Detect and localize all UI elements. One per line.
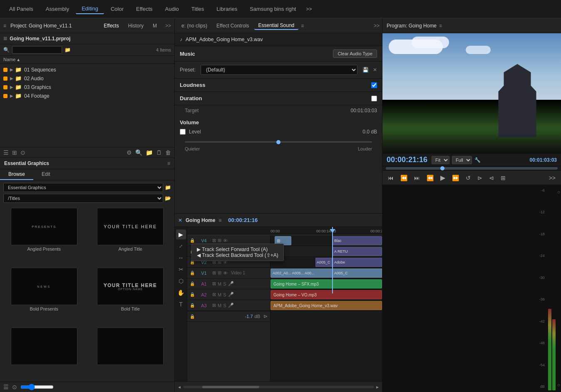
clip-v2-mid[interactable]: A005_C <box>315 258 332 267</box>
nav-libraries[interactable]: Libraries <box>211 4 243 14</box>
a2-mic[interactable]: 🎤 <box>228 292 234 297</box>
clip-a1[interactable]: Going Home – SFX.mp3 <box>271 279 382 288</box>
tab-browse[interactable]: Browse <box>0 169 33 180</box>
a1-s[interactable]: S <box>223 281 226 286</box>
program-menu-icon[interactable]: ≡ <box>439 23 442 29</box>
bin-item-footage[interactable]: ▶ 📁 04 Footage <box>0 91 174 100</box>
nav-audio[interactable]: Audio <box>159 4 185 14</box>
clip-a3[interactable]: APM_Adobe_Going Home_v3.wav <box>271 301 382 310</box>
v1-sync[interactable]: ⊠ <box>212 270 216 276</box>
v4-sync[interactable]: ⊠ <box>212 238 216 243</box>
tab-m[interactable]: M <box>149 22 161 30</box>
tab-essential-sound[interactable]: Essential Sound <box>254 22 299 30</box>
eg-grid-icon[interactable]: ⊙ <box>12 384 17 390</box>
a3-s[interactable]: S <box>223 303 226 308</box>
ripple-tool[interactable]: ⤢ <box>176 241 186 251</box>
a3-sync[interactable]: ⊠ <box>212 303 216 308</box>
loop-btn[interactable]: ↺ <box>464 173 473 182</box>
delete-icon[interactable]: 🗑 <box>165 149 171 156</box>
play-back-btn[interactable]: ⏪ <box>424 173 436 182</box>
a2-lock[interactable]: 🔒 <box>190 292 195 297</box>
nav-editing[interactable]: Editing <box>76 4 104 14</box>
nav-all-panels[interactable]: All Panels <box>3 4 39 14</box>
eg-list-icon[interactable]: ☰ <box>3 384 9 390</box>
a1-mic[interactable]: 🎤 <box>228 281 234 286</box>
eg-thumb-more1[interactable] <box>2 328 86 379</box>
clip-v2-right[interactable]: Adobe <box>332 258 382 267</box>
nav-assembly[interactable]: Assembly <box>40 4 75 14</box>
preset-save-icon[interactable]: 💾 <box>362 67 369 73</box>
play-btn[interactable]: ▶ <box>438 173 447 183</box>
nav-color[interactable]: Color <box>105 4 129 14</box>
timeline-menu-icon[interactable]: ≡ <box>218 217 221 223</box>
scrub-bar[interactable] <box>386 167 558 170</box>
new-item-icon[interactable]: 🗒 <box>156 149 162 156</box>
eg-thumb-bold-presents[interactable]: NEWS Bold Presents <box>2 268 86 324</box>
a1-lock[interactable]: 🔒 <box>190 281 195 286</box>
bin-search-input[interactable] <box>12 46 62 54</box>
icon-view-icon[interactable]: ⊞ <box>12 149 17 156</box>
mark-out-btn[interactable]: ⊲ <box>487 173 496 182</box>
bin-item-sequences[interactable]: ▶ 📁 01 Sequences <box>0 65 174 74</box>
a1-sync[interactable]: ⊠ <box>212 281 216 286</box>
tab-effects[interactable]: Effects <box>99 22 123 30</box>
search2-icon[interactable]: 🔍 <box>135 149 142 156</box>
duration-checkbox[interactable] <box>371 96 377 101</box>
eg-zoom-slider[interactable] <box>20 384 54 390</box>
a3-mic[interactable]: 🎤 <box>228 303 234 308</box>
zoom-icon[interactable]: ⊙ <box>20 149 25 156</box>
list-view-icon[interactable]: ☰ <box>3 149 9 156</box>
tab-edit[interactable]: Edit <box>33 169 59 180</box>
a3-lock[interactable]: 🔒 <box>190 303 195 308</box>
a2-s[interactable]: S <box>223 292 226 297</box>
preset-delete-icon[interactable]: ✕ <box>373 67 377 73</box>
rolling-tool[interactable]: ↔ <box>176 253 186 263</box>
select-tool[interactable]: ▶ <box>176 229 186 239</box>
wrench-icon[interactable]: 🔧 <box>474 157 481 163</box>
text-tool[interactable]: T <box>176 299 186 309</box>
eg-thumb-angled-title[interactable]: YOUR TITLE HERE Angled Title <box>89 208 172 264</box>
clip-v4-right[interactable]: Blac <box>332 236 382 245</box>
volume-slider-thumb[interactable] <box>276 140 280 144</box>
v4-visibility[interactable]: 👁 <box>223 238 228 243</box>
vol-lock[interactable]: 🔒 <box>190 314 195 319</box>
nav-samsung[interactable]: Samsung bins right <box>244 4 302 14</box>
mark-in-btn[interactable]: ⊳ <box>475 173 484 182</box>
v1-visibility[interactable]: 👁 <box>223 271 228 276</box>
frame-back-btn[interactable]: ⏪ <box>398 173 410 182</box>
bin-item-audio[interactable]: ▶ 📁 02 Audio <box>0 74 174 83</box>
a1-m[interactable]: M <box>218 281 221 286</box>
eg-thumb-more2[interactable] <box>89 328 172 379</box>
level-checkbox[interactable] <box>180 129 186 135</box>
a3-m[interactable]: M <box>218 303 221 308</box>
preset-select[interactable]: (Default) <box>201 65 357 75</box>
tl-zoom-in[interactable]: ▸ <box>376 384 379 390</box>
eg-filter-select[interactable]: Essential Graphics <box>3 183 163 192</box>
tab-effect-controls[interactable]: Effect Controls <box>212 22 253 30</box>
eg-thumb-angled-presents[interactable]: presents Angled Presents <box>2 208 86 264</box>
tab-no-clips[interactable]: e: (no clips) <box>177 22 211 30</box>
program-timecode-current[interactable]: 00:00:21:16 <box>387 155 427 164</box>
step-back-btn[interactable]: ⏮ <box>386 173 396 182</box>
tab-history[interactable]: History <box>124 22 148 30</box>
clip-a2[interactable]: Going Home – VO.mp3 <box>271 290 382 299</box>
quality-select[interactable]: Full <box>452 156 472 164</box>
meter-solo2[interactable]: ○ <box>557 382 560 388</box>
new-folder-icon[interactable]: 📁 <box>146 149 153 156</box>
a2-sync[interactable]: ⊠ <box>212 292 216 297</box>
slip-tool[interactable]: ⬡ <box>176 276 186 286</box>
razor-tool[interactable]: ✂ <box>176 264 186 274</box>
step-in-btn[interactable]: ⏭ <box>412 173 422 182</box>
timeline-close-btn[interactable]: ✕ <box>178 217 182 223</box>
v4-lock[interactable]: 🔒 <box>190 238 195 243</box>
loudness-checkbox[interactable] <box>371 82 377 88</box>
v1-lock[interactable]: 🔒 <box>190 271 195 275</box>
tl-zoom-out[interactable]: ◂ <box>178 384 181 390</box>
more-btn[interactable]: >> <box>547 173 558 182</box>
nav-more[interactable]: >> <box>303 5 315 14</box>
timeline-scrollbar[interactable] <box>183 386 374 388</box>
eg-thumb-bold-title[interactable]: YOUR TITLE HERE OPTION NAME Bold Title <box>89 268 172 324</box>
step-fwd-btn[interactable]: ⏩ <box>450 173 461 182</box>
clear-audio-type-btn[interactable]: Clear Audio Type <box>333 49 377 58</box>
nav-titles[interactable]: Titles <box>186 4 210 14</box>
